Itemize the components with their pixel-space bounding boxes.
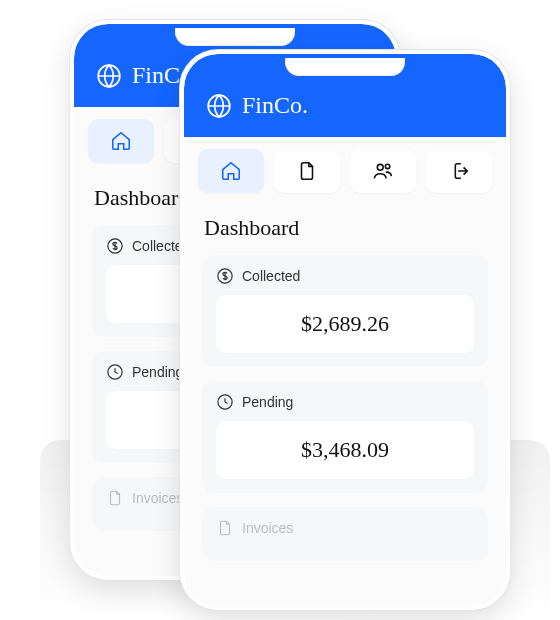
phone-mockup-front: FinCo. Dashboard Collected [180,50,510,610]
card-invoices-label: Invoices [242,520,293,536]
clock-icon [106,363,124,381]
nav-bar [184,137,506,201]
phone-notch [285,58,405,76]
card-pending-label: Pending [132,364,183,380]
globe-icon [96,63,122,89]
clock-icon [216,393,234,411]
card-invoices-label: Invoices [132,490,183,506]
nav-home[interactable] [198,149,264,193]
card-invoices: Invoices [202,507,488,561]
users-icon [372,160,394,182]
svg-point-6 [377,164,383,170]
dollar-icon [106,237,124,255]
card-pending-value: $3,468.09 [216,421,474,479]
logout-icon [448,160,470,182]
page-title: Dashboard [204,215,488,241]
nav-home[interactable] [88,119,154,163]
invoices-icon [106,489,124,507]
dollar-icon [216,267,234,285]
nav-customers[interactable] [350,149,416,193]
globe-icon [206,93,232,119]
app-name: FinCo. [242,92,308,119]
nav-logout[interactable] [426,149,492,193]
document-icon [296,160,318,182]
card-collected-label: Collected [242,268,300,284]
card-collected-value: $2,689.26 [216,295,474,353]
phone-notch [175,28,295,46]
card-pending: Pending $3,468.09 [202,381,488,493]
card-pending-label: Pending [242,394,293,410]
nav-documents[interactable] [274,149,340,193]
card-collected: Collected $2,689.26 [202,255,488,367]
svg-point-7 [385,164,389,168]
home-icon [220,160,242,182]
invoices-icon [216,519,234,537]
home-icon [110,130,132,152]
